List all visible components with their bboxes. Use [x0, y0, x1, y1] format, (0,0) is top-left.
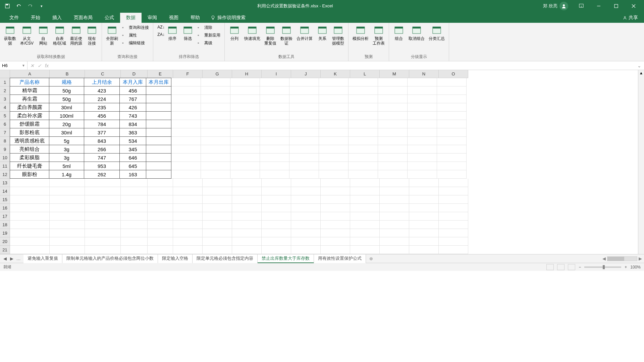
cell-M12[interactable] — [378, 170, 408, 179]
column-header-J[interactable]: J — [291, 70, 321, 78]
cell-D10[interactable]: 646 — [119, 153, 146, 162]
cell-F2[interactable] — [171, 86, 201, 95]
ribbon-button[interactable]: 数据验证 — [279, 24, 294, 46]
cell-E18[interactable] — [148, 221, 173, 229]
cell-A13[interactable] — [10, 179, 50, 187]
cell-B3[interactable]: 50g — [49, 95, 84, 103]
cell-L21[interactable] — [350, 246, 380, 254]
cell-J13[interactable] — [291, 179, 321, 187]
cell-G13[interactable] — [203, 179, 232, 187]
cell-B9[interactable]: 3g — [49, 145, 84, 154]
cell-N15[interactable] — [409, 195, 439, 204]
cell-E3[interactable] — [146, 95, 171, 103]
sheet-nav-prev[interactable]: ◀ — [2, 256, 8, 261]
cell-F12[interactable] — [171, 170, 201, 179]
cell-A11[interactable]: 纤长睫毛膏 — [10, 162, 49, 170]
cell-I15[interactable] — [262, 195, 291, 204]
cell-D18[interactable] — [121, 221, 148, 229]
cell-E11[interactable] — [146, 162, 171, 170]
cell-C2[interactable]: 423 — [84, 86, 120, 95]
minimize-button[interactable] — [591, 0, 606, 12]
cell-C20[interactable] — [85, 237, 121, 246]
cell-K7[interactable] — [319, 128, 348, 137]
cell-C18[interactable] — [85, 221, 121, 229]
cell-A2[interactable]: 精华霜 — [10, 86, 49, 95]
cell-K16[interactable] — [321, 204, 350, 212]
cell-M2[interactable] — [378, 86, 408, 95]
cell-N7[interactable] — [408, 128, 437, 137]
cell-O1[interactable] — [437, 78, 467, 86]
cell-G4[interactable] — [201, 103, 230, 112]
cell-G14[interactable] — [203, 187, 232, 195]
cell-F16[interactable] — [173, 204, 203, 212]
row-header-2[interactable]: 2 — [0, 86, 10, 95]
cell-E12[interactable] — [146, 170, 171, 179]
cell-M20[interactable] — [380, 237, 409, 246]
cell-F6[interactable] — [171, 120, 201, 128]
cell-H13[interactable] — [232, 179, 262, 187]
cell-J11[interactable] — [289, 162, 319, 170]
cell-D4[interactable]: 426 — [119, 103, 146, 112]
vscroll-up[interactable]: ▴ — [638, 70, 644, 78]
cell-K9[interactable] — [319, 145, 348, 154]
add-sheet-button[interactable]: ⊕ — [366, 255, 376, 262]
ribbon-small-button[interactable]: ▫查询和连接 — [121, 24, 150, 31]
cell-A20[interactable] — [10, 237, 50, 246]
cell-B13[interactable] — [50, 179, 85, 187]
cell-C16[interactable] — [85, 204, 121, 212]
name-box[interactable]: H6 ▼ — [0, 61, 28, 70]
cell-L19[interactable] — [350, 229, 380, 237]
cell-D5[interactable]: 743 — [119, 111, 146, 120]
cell-F18[interactable] — [173, 221, 203, 229]
cell-N16[interactable] — [409, 204, 439, 212]
cell-N20[interactable] — [409, 237, 439, 246]
cell-D15[interactable] — [121, 195, 148, 204]
cell-J18[interactable] — [291, 221, 321, 229]
cell-B8[interactable]: 5g — [49, 136, 84, 145]
maximize-button[interactable] — [608, 0, 624, 12]
ribbon-options-button[interactable] — [574, 0, 589, 12]
cell-L9[interactable] — [348, 145, 378, 154]
cell-G20[interactable] — [203, 237, 232, 246]
cell-G7[interactable] — [201, 128, 230, 137]
column-header-A[interactable]: A — [10, 70, 50, 78]
row-header-12[interactable]: 12 — [0, 170, 10, 179]
cell-I19[interactable] — [262, 229, 291, 237]
cell-A6[interactable]: 舒缓眼霜 — [10, 120, 49, 128]
cell-F9[interactable] — [171, 145, 201, 154]
cell-O20[interactable] — [439, 237, 468, 246]
ribbon-button[interactable]: 分列 — [227, 24, 241, 42]
cell-K13[interactable] — [321, 179, 350, 187]
cell-B11[interactable]: 5ml — [49, 162, 84, 170]
tab-帮助[interactable]: 帮助 — [184, 13, 206, 23]
cell-C9[interactable]: 266 — [84, 145, 120, 154]
cell-G2[interactable] — [201, 86, 230, 95]
cell-E20[interactable] — [148, 237, 173, 246]
column-header-O[interactable]: O — [439, 70, 468, 78]
cell-F5[interactable] — [171, 112, 201, 120]
sheet-tab[interactable]: 禁止出库数量大于库存数 — [258, 254, 314, 263]
cell-J4[interactable] — [289, 103, 319, 112]
tell-me-search[interactable]: 操作说明搜索 — [206, 13, 250, 23]
sheet-tab[interactable]: 避免输入重复值 — [23, 254, 62, 263]
cell-A17[interactable] — [10, 212, 50, 221]
cell-D6[interactable]: 834 — [119, 120, 146, 128]
cell-E5[interactable] — [146, 111, 171, 120]
row-header-17[interactable]: 17 — [0, 212, 10, 221]
cell-N9[interactable] — [408, 145, 437, 154]
cell-M13[interactable] — [380, 179, 409, 187]
sheet-nav-more[interactable]: … — [15, 256, 21, 261]
cell-F21[interactable] — [173, 246, 203, 254]
cell-O7[interactable] — [437, 128, 467, 137]
cell-L2[interactable] — [348, 86, 378, 95]
cell-J19[interactable] — [291, 229, 321, 237]
row-header-18[interactable]: 18 — [0, 221, 10, 229]
cell-L7[interactable] — [348, 128, 378, 137]
cell-I4[interactable] — [260, 103, 289, 112]
cell-A12[interactable]: 眼影粉 — [10, 170, 49, 179]
cell-L8[interactable] — [348, 137, 378, 145]
column-header-D[interactable]: D — [121, 70, 148, 78]
cell-D13[interactable] — [121, 179, 148, 187]
page-break-view-button[interactable] — [568, 264, 575, 270]
cell-L18[interactable] — [350, 221, 380, 229]
